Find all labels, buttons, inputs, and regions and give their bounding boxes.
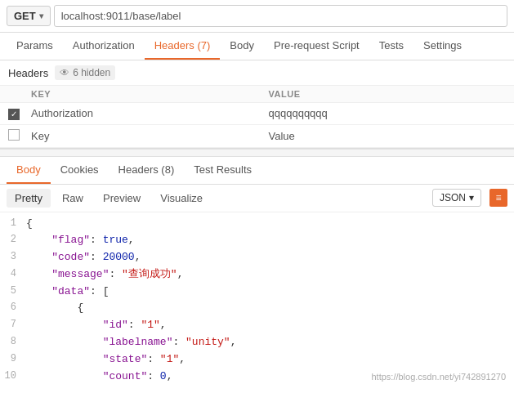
- tab-body[interactable]: Body: [220, 33, 264, 60]
- json-content: "flag": true,: [26, 232, 135, 249]
- line-num: 1: [3, 216, 26, 231]
- tab-settings[interactable]: Settings: [413, 33, 472, 60]
- resp-tab-test-results[interactable]: Test Results: [184, 157, 261, 184]
- hidden-count: 6 hidden: [73, 67, 110, 78]
- json-content: "message": "查询成功",: [26, 266, 183, 284]
- section-divider: [0, 149, 514, 157]
- line-num: 9: [3, 351, 26, 367]
- method-select[interactable]: GET ▾: [7, 6, 51, 26]
- format-pretty[interactable]: Pretty: [7, 189, 51, 208]
- json-content: {: [26, 216, 33, 233]
- json-content: "data": [: [26, 284, 109, 301]
- tab-pre-request-script[interactable]: Pre-request Script: [264, 33, 369, 60]
- json-line-5: 5 "data": [: [0, 284, 514, 301]
- json-content: "count": 0,: [26, 369, 172, 386]
- json-output: 1 { 2 "flag": true, 3 "code": 20000, 4 "…: [0, 212, 514, 389]
- eye-icon: 👁: [60, 67, 69, 78]
- headers-label: Headers: [8, 67, 48, 79]
- json-line-6: 6 {: [0, 300, 514, 317]
- col-check-header: [8, 89, 31, 99]
- json-content: "id": "1",: [26, 317, 167, 334]
- json-line-9: 9 "state": "1",: [0, 351, 514, 369]
- headers-section: Headers 👁 6 hidden KEY VALUE Authorizati…: [0, 60, 514, 149]
- format-bar: Pretty Raw Preview Visualize JSON ▾ ≡: [0, 185, 514, 212]
- line-num: 4: [3, 266, 26, 282]
- row1-checkbox[interactable]: [8, 107, 31, 120]
- resp-tab-headers[interactable]: Headers (8): [109, 157, 185, 184]
- line-num: 2: [3, 232, 26, 248]
- checkbox-checked[interactable]: [8, 109, 20, 120]
- headers-toolbar: Headers 👁 6 hidden: [0, 60, 514, 86]
- table-row: Key Value: [0, 125, 514, 148]
- format-select-chevron: ▾: [469, 192, 474, 203]
- format-preview[interactable]: Preview: [95, 189, 149, 208]
- tab-tests[interactable]: Tests: [369, 33, 413, 60]
- row1-key[interactable]: Authorization: [31, 107, 269, 119]
- request-tabs: Params Authorization Headers (7) Body Pr…: [0, 33, 514, 60]
- json-line-7: 7 "id": "1",: [0, 317, 514, 334]
- tab-authorization[interactable]: Authorization: [63, 33, 145, 60]
- format-select[interactable]: JSON ▾: [432, 189, 481, 207]
- url-bar: GET ▾: [0, 0, 514, 33]
- resp-tab-cookies[interactable]: Cookies: [51, 157, 109, 184]
- json-line-8: 8 "labelname": "unity",: [0, 334, 514, 351]
- method-chevron: ▾: [39, 11, 43, 20]
- table-header: KEY VALUE: [0, 86, 514, 103]
- format-visualize[interactable]: Visualize: [152, 189, 211, 208]
- row1-value[interactable]: qqqqqqqqqq: [269, 107, 507, 119]
- method-label: GET: [14, 10, 36, 22]
- resp-tab-body[interactable]: Body: [7, 157, 51, 184]
- url-input[interactable]: [54, 5, 507, 27]
- table-row: Authorization qqqqqqqqqq: [0, 103, 514, 125]
- row2-key[interactable]: Key: [31, 130, 269, 142]
- row2-checkbox[interactable]: [8, 129, 31, 143]
- col-key-header: KEY: [31, 89, 269, 99]
- line-num: 5: [3, 284, 26, 299]
- json-line-4: 4 "message": "查询成功",: [0, 266, 514, 284]
- json-content: "code": 20000,: [26, 249, 141, 266]
- json-line-1: 1 {: [0, 216, 514, 233]
- json-content: "labelname": "unity",: [26, 334, 236, 351]
- json-line-3: 3 "code": 20000,: [0, 249, 514, 266]
- hidden-badge: 👁 6 hidden: [55, 65, 115, 80]
- tab-headers[interactable]: Headers (7): [145, 33, 221, 60]
- response-tabs: Body Cookies Headers (8) Test Results: [0, 157, 514, 185]
- line-num: 3: [3, 249, 26, 265]
- checkbox-unchecked[interactable]: [8, 129, 20, 141]
- line-num: 6: [3, 300, 26, 315]
- line-num: 10: [3, 369, 26, 384]
- row2-value[interactable]: Value: [269, 130, 507, 142]
- format-select-value: JSON: [440, 192, 466, 203]
- json-line-2: 2 "flag": true,: [0, 232, 514, 249]
- json-content: {: [26, 300, 83, 317]
- col-value-header: VALUE: [269, 89, 507, 99]
- line-num: 7: [3, 317, 26, 333]
- watermark: https://blog.csdn.net/yi742891270: [371, 372, 506, 382]
- line-num: 8: [3, 334, 26, 350]
- format-raw[interactable]: Raw: [54, 189, 92, 208]
- json-content: "state": "1",: [26, 351, 185, 369]
- headers-table: KEY VALUE Authorization qqqqqqqqqq Key V…: [0, 86, 514, 148]
- tab-params[interactable]: Params: [7, 33, 63, 60]
- wrap-icon[interactable]: ≡: [489, 189, 507, 207]
